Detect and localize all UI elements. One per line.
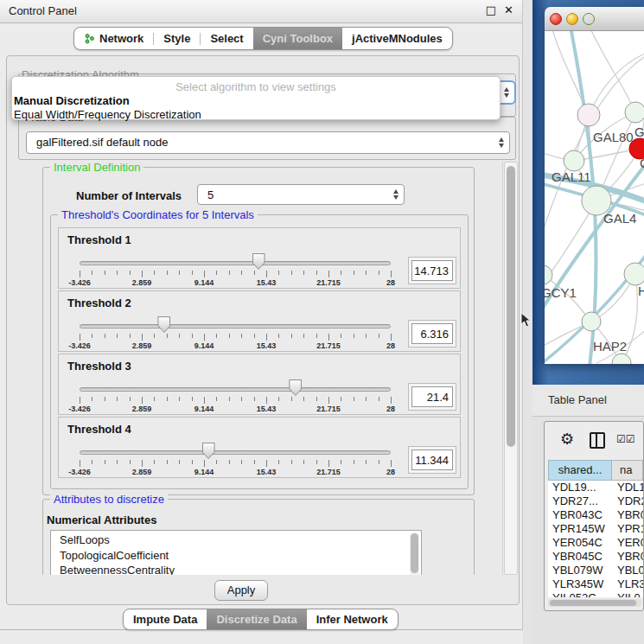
- bottom-tab-impute-data[interactable]: Impute Data: [124, 609, 207, 629]
- table-cell-shared-name[interactable]: YIL052C: [548, 591, 612, 597]
- zoom-traffic-light-icon[interactable]: [583, 13, 595, 25]
- tick-mark: [254, 271, 255, 275]
- table-cell-shared-name[interactable]: YLR345W: [548, 577, 612, 591]
- tick-mark: [303, 334, 304, 338]
- column-header-shared-name[interactable]: shared...: [548, 460, 612, 481]
- table-horizontal-scrollbar[interactable]: [548, 599, 641, 607]
- bottom-tab-infer-network[interactable]: Infer Network: [307, 609, 398, 629]
- attribute-list-item[interactable]: BetweennessCentrality: [51, 563, 421, 575]
- table-cell-shared-name[interactable]: YBR043C: [548, 508, 612, 522]
- attribute-list-item[interactable]: SelfLoops: [51, 532, 421, 548]
- application-root: Control Panel □ ✕ NetworkStyleSelectCyni…: [0, 0, 644, 644]
- tick-mark: [117, 460, 118, 464]
- close-traffic-light-icon[interactable]: [550, 13, 562, 25]
- minimize-traffic-light-icon[interactable]: [566, 13, 578, 25]
- tick-mark: [192, 271, 193, 275]
- table-row[interactable]: YLR345WYLR3: [548, 577, 643, 591]
- network-node[interactable]: [545, 265, 552, 284]
- tick-label: 9.144: [194, 405, 214, 413]
- tick-label: -3.426: [68, 341, 91, 350]
- gear-icon[interactable]: ⚙: [560, 430, 574, 449]
- table-row[interactable]: YBL079WYBL0: [548, 564, 643, 577]
- table-row[interactable]: YBR045CYBR0: [548, 550, 643, 564]
- network-node[interactable]: [625, 102, 644, 123]
- threshold-slider-thumb[interactable]: [202, 443, 215, 459]
- select-columns-checkboxes-icon[interactable]: ☑☑: [616, 433, 635, 445]
- attributes-list-scrollbar-thumb[interactable]: [411, 533, 418, 573]
- table-data-combobox[interactable]: galFiltered.sif default node: [26, 131, 510, 154]
- tick-mark: [391, 397, 392, 404]
- threshold-value-input[interactable]: [411, 450, 453, 470]
- network-node[interactable]: [624, 263, 644, 285]
- table-cell-shared-name[interactable]: YDL19...: [548, 481, 612, 494]
- table-horizontal-scrollbar-thumb[interactable]: [550, 600, 636, 606]
- table-cell-name[interactable]: YDL1: [612, 481, 643, 494]
- tab-cyni-toolbox[interactable]: Cyni Toolbox: [253, 28, 342, 49]
- table-cell-name[interactable]: YLR3: [612, 577, 643, 591]
- threshold-value-input[interactable]: [411, 260, 453, 281]
- dropdown-option-manual-discretization[interactable]: Manual Discretization: [12, 94, 500, 108]
- column-header-name[interactable]: na: [612, 460, 643, 481]
- table-cell-shared-name[interactable]: YER054C: [548, 536, 612, 550]
- threshold-value-input[interactable]: [411, 386, 453, 407]
- tick-mark: [341, 334, 341, 338]
- show-columns-icon[interactable]: [590, 432, 605, 449]
- tick-mark: [167, 271, 168, 275]
- table-row[interactable]: YPR145WYPR1: [548, 522, 643, 536]
- tab-network[interactable]: Network: [74, 28, 153, 49]
- threshold-value-box: [408, 383, 456, 411]
- table-row[interactable]: YBR043CYBR0: [548, 508, 643, 522]
- table-cell-name[interactable]: YIL0: [612, 591, 643, 597]
- settings-vertical-scrollbar[interactable]: [504, 162, 518, 575]
- table-row[interactable]: YDR27...YDR2: [548, 494, 643, 508]
- table-cell-name[interactable]: YER0: [612, 536, 643, 550]
- attribute-list-item[interactable]: TopologicalCoefficient: [51, 548, 421, 564]
- tick-mark: [105, 271, 105, 275]
- tick-mark: [366, 397, 367, 401]
- table-row[interactable]: YIL052CYIL0: [548, 591, 643, 597]
- number-of-intervals-combobox[interactable]: 5: [197, 184, 405, 205]
- table-cell-shared-name[interactable]: YBL079W: [548, 564, 612, 577]
- apply-button[interactable]: Apply: [214, 580, 268, 601]
- threshold-slider-track[interactable]: [80, 450, 391, 455]
- numerical-attributes-list[interactable]: SelfLoopsTopologicalCoefficientBetweenne…: [50, 530, 422, 575]
- network-node[interactable]: [612, 354, 631, 364]
- threshold-slider-thumb[interactable]: [252, 253, 265, 270]
- table-cell-shared-name[interactable]: YPR145W: [548, 522, 612, 536]
- table-cell-name[interactable]: YBR0: [612, 508, 643, 522]
- tick-mark: [216, 460, 217, 464]
- tab-style[interactable]: Style: [154, 28, 200, 49]
- table-data-combobox-value: galFiltered.sif default node: [36, 136, 168, 149]
- table-cell-name[interactable]: YDR2: [612, 494, 643, 508]
- tick-mark: [341, 397, 341, 401]
- network-node[interactable]: [577, 104, 600, 126]
- tick-mark: [278, 271, 279, 275]
- threshold-slider-thumb[interactable]: [157, 316, 170, 333]
- tab-select[interactable]: Select: [201, 28, 252, 49]
- table-row[interactable]: YER054CYER0: [548, 536, 643, 550]
- bottom-tab-discretize-data[interactable]: Discretize Data: [207, 609, 306, 629]
- network-canvas[interactable]: GAL80GACGAL11GAL4GCY1HHAP2: [545, 31, 644, 364]
- threshold-slider-thumb[interactable]: [289, 379, 302, 396]
- settings-scrollbar-thumb[interactable]: [507, 166, 515, 447]
- table-cell-shared-name[interactable]: YDR27...: [548, 494, 612, 508]
- float-window-icon[interactable]: □: [486, 3, 496, 16]
- table-cell-name[interactable]: YPR1: [612, 522, 643, 536]
- network-node[interactable]: [582, 312, 601, 331]
- attributes-list-scrollbar[interactable]: [410, 532, 419, 575]
- table-cell-shared-name[interactable]: YBR045C: [548, 550, 612, 564]
- threshold-slider-track[interactable]: [80, 324, 391, 328]
- close-window-icon[interactable]: ✕: [504, 3, 513, 16]
- threshold-slider-track[interactable]: [80, 387, 391, 392]
- table-row[interactable]: YDL19...YDL1: [548, 481, 643, 494]
- dropdown-option-equal-width-frequency[interactable]: Equal Width/Frequency Discretization: [12, 108, 500, 122]
- table-cell-name[interactable]: YBL0: [612, 564, 643, 577]
- network-node[interactable]: [564, 150, 584, 171]
- tick-mark: [179, 271, 180, 275]
- threshold-slider-track[interactable]: [80, 261, 391, 265]
- threshold-value-input[interactable]: [411, 323, 453, 344]
- tick-mark: [204, 397, 205, 404]
- network-node-label: HAP2: [593, 339, 627, 354]
- tab-jactivemnodules[interactable]: jActiveMNodules: [342, 28, 452, 49]
- table-cell-name[interactable]: YBR0: [612, 550, 643, 564]
